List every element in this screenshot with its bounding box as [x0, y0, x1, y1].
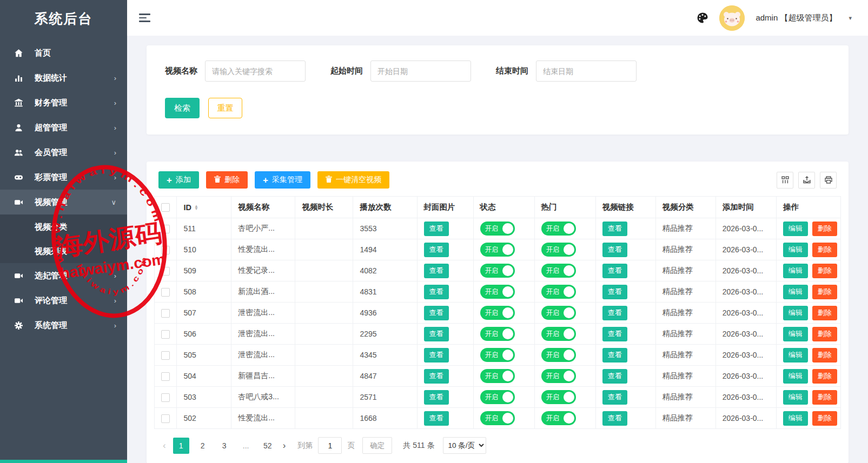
search-button[interactable]: 检索: [165, 98, 200, 118]
sidebar-item[interactable]: 财务管理 ›: [0, 90, 127, 115]
edit-button[interactable]: 编辑: [783, 264, 808, 278]
view-cover-button[interactable]: 查看: [424, 411, 449, 426]
row-checkbox[interactable]: [161, 372, 170, 381]
row-checkbox[interactable]: [161, 330, 170, 339]
row-checkbox[interactable]: [161, 288, 170, 297]
edit-button[interactable]: 编辑: [783, 306, 808, 320]
hot-toggle[interactable]: 开启: [541, 264, 576, 278]
view-cover-button[interactable]: 查看: [424, 222, 449, 236]
status-toggle[interactable]: 开启: [480, 306, 515, 320]
row-checkbox[interactable]: [161, 414, 170, 423]
sidebar-item[interactable]: 系统管理 ›: [0, 313, 127, 338]
hot-toggle[interactable]: 开启: [541, 348, 576, 362]
hot-toggle[interactable]: 开启: [541, 306, 576, 320]
edit-button[interactable]: 编辑: [783, 369, 808, 384]
theme-palette-icon[interactable]: [697, 12, 708, 24]
end-date-input[interactable]: [536, 61, 637, 82]
edit-button[interactable]: 编辑: [783, 390, 808, 405]
hot-toggle[interactable]: 开启: [541, 390, 576, 404]
status-toggle[interactable]: 开启: [480, 348, 515, 362]
status-toggle[interactable]: 开启: [480, 285, 515, 299]
row-checkbox[interactable]: [161, 246, 170, 254]
video-name-input[interactable]: [205, 61, 306, 82]
hot-toggle[interactable]: 开启: [541, 327, 576, 341]
row-checkbox[interactable]: [161, 267, 170, 276]
view-cover-button[interactable]: 查看: [424, 243, 449, 257]
row-delete-button[interactable]: 删除: [812, 243, 837, 257]
page-number-button[interactable]: 1: [173, 438, 189, 454]
page-number-button[interactable]: 2: [195, 438, 211, 454]
status-toggle[interactable]: 开启: [480, 369, 515, 383]
view-cover-button[interactable]: 查看: [424, 327, 449, 341]
view-link-button[interactable]: 查看: [602, 411, 627, 426]
row-delete-button[interactable]: 删除: [812, 222, 837, 236]
sidebar-item[interactable]: 彩票管理 ›: [0, 165, 127, 190]
confirm-page-button[interactable]: 确定: [362, 437, 392, 454]
user-caret-icon[interactable]: ▾: [849, 15, 852, 22]
next-page-button[interactable]: ›: [283, 440, 286, 451]
edit-button[interactable]: 编辑: [783, 348, 808, 363]
view-cover-button[interactable]: 查看: [424, 348, 449, 363]
view-cover-button[interactable]: 查看: [424, 264, 449, 278]
view-link-button[interactable]: 查看: [602, 222, 627, 236]
row-checkbox[interactable]: [161, 225, 170, 233]
user-menu[interactable]: admin 【超级管理员】: [756, 13, 837, 23]
status-toggle[interactable]: 开启: [480, 411, 515, 425]
view-link-button[interactable]: 查看: [602, 285, 627, 299]
page-size-select[interactable]: 10 条/页: [443, 437, 486, 454]
menu-toggle-icon[interactable]: [139, 11, 150, 24]
sort-icon[interactable]: ▲▼: [194, 205, 198, 210]
hot-toggle[interactable]: 开启: [541, 222, 576, 236]
goto-page-input[interactable]: [318, 437, 342, 454]
edit-button[interactable]: 编辑: [783, 411, 808, 426]
prev-page-button[interactable]: ‹: [163, 440, 166, 451]
row-checkbox[interactable]: [161, 309, 170, 318]
view-link-button[interactable]: 查看: [602, 369, 627, 384]
delete-button[interactable]: 删除: [206, 171, 248, 189]
row-delete-button[interactable]: 删除: [812, 348, 837, 363]
sidebar-item[interactable]: 选妃管理 ›: [0, 263, 127, 288]
view-cover-button[interactable]: 查看: [424, 369, 449, 384]
page-number-button[interactable]: 3: [216, 438, 233, 454]
sidebar-item[interactable]: 数据统计 ›: [0, 65, 127, 90]
edit-button[interactable]: 编辑: [783, 222, 808, 236]
view-link-button[interactable]: 查看: [602, 390, 627, 405]
start-date-input[interactable]: [370, 61, 471, 82]
sidebar-subitem[interactable]: 视频分类: [0, 214, 127, 239]
columns-filter-button[interactable]: [777, 172, 793, 189]
print-button[interactable]: [820, 172, 837, 189]
status-toggle[interactable]: 开启: [480, 264, 515, 278]
view-cover-button[interactable]: 查看: [424, 306, 449, 320]
col-id[interactable]: ID▲▼: [177, 197, 231, 218]
view-link-button[interactable]: 查看: [602, 306, 627, 320]
select-all-checkbox[interactable]: [161, 203, 170, 212]
row-delete-button[interactable]: 删除: [812, 390, 837, 405]
sidebar-item[interactable]: 视频管理 ∨: [0, 190, 127, 214]
row-delete-button[interactable]: 删除: [812, 306, 837, 320]
view-link-button[interactable]: 查看: [602, 327, 627, 341]
sidebar-item[interactable]: 首页: [0, 41, 127, 65]
export-button[interactable]: [798, 172, 815, 189]
hot-toggle[interactable]: 开启: [541, 285, 576, 299]
row-delete-button[interactable]: 删除: [812, 285, 837, 299]
hot-toggle[interactable]: 开启: [541, 369, 576, 383]
status-toggle[interactable]: 开启: [480, 243, 515, 257]
clear-all-videos-button[interactable]: 一键清空视频: [317, 171, 389, 189]
add-button[interactable]: +添加: [158, 171, 199, 189]
view-link-button[interactable]: 查看: [602, 243, 627, 257]
row-checkbox[interactable]: [161, 351, 170, 360]
row-delete-button[interactable]: 删除: [812, 327, 837, 341]
sidebar-item[interactable]: 超管管理 ›: [0, 115, 127, 140]
sidebar-item[interactable]: 评论管理 ›: [0, 288, 127, 313]
sidebar-item[interactable]: 会员管理 ›: [0, 140, 127, 165]
row-delete-button[interactable]: 删除: [812, 411, 837, 426]
sidebar-subitem[interactable]: 视频列表: [0, 239, 127, 263]
edit-button[interactable]: 编辑: [783, 243, 808, 257]
row-delete-button[interactable]: 删除: [812, 369, 837, 384]
view-link-button[interactable]: 查看: [602, 264, 627, 278]
edit-button[interactable]: 编辑: [783, 327, 808, 341]
edit-button[interactable]: 编辑: [783, 285, 808, 299]
hot-toggle[interactable]: 开启: [541, 411, 576, 425]
reset-button[interactable]: 重置: [208, 98, 242, 118]
avatar[interactable]: [719, 5, 745, 31]
